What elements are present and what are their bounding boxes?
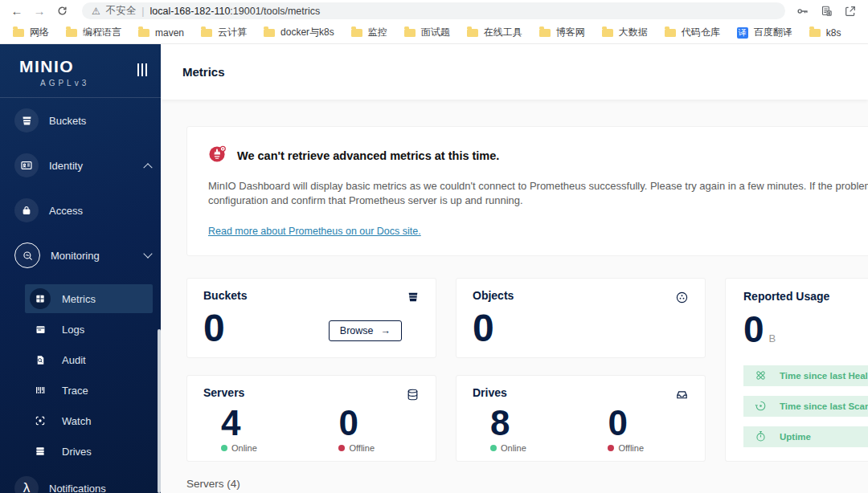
bookmark-label: 面试题	[421, 26, 450, 39]
activity-label: Uptime	[780, 432, 811, 442]
security-label: 不安全	[106, 4, 137, 18]
browse-button[interactable]: Browse →	[329, 320, 402, 341]
bookmark-item-translate[interactable]: 译百度翻译	[737, 26, 792, 39]
sidebar-subitem-audit[interactable]: Audit	[25, 345, 153, 374]
sidebar-item-monitoring[interactable]: Monitoring	[14, 239, 151, 271]
bookmark-item[interactable]: 博客网	[539, 26, 585, 39]
metrics-icon	[30, 288, 51, 309]
sidebar-subitem-metrics[interactable]: Metrics	[25, 284, 153, 313]
share-icon[interactable]	[844, 5, 857, 18]
servers-section-heading: Servers (4)	[186, 478, 868, 490]
bookmark-item[interactable]: 监控	[351, 26, 387, 39]
sidebar-item-notifications[interactable]: λ Notifications	[14, 472, 151, 493]
bookmark-item[interactable]: 编程语言	[66, 26, 121, 39]
password-key-icon[interactable]	[796, 5, 809, 18]
drives-card-title: Drives	[473, 386, 689, 399]
folder-icon	[665, 29, 676, 37]
prometheus-warning-card: We can't retrieve advanced metrics at th…	[186, 126, 868, 256]
drives-online-count: 8	[490, 405, 510, 441]
bookmark-item[interactable]: k8s	[809, 27, 841, 39]
bookmark-label: 网络	[30, 26, 49, 39]
bookmark-label: 编程语言	[83, 26, 121, 39]
buckets-card: Buckets 0 Browse →	[186, 278, 436, 358]
drives-online-stat: 8 Online	[490, 405, 526, 453]
translate-icon[interactable]	[821, 5, 833, 17]
sidebar-scrollbar[interactable]	[158, 329, 161, 493]
bookmark-label: docker与k8s	[280, 26, 334, 39]
address-bar[interactable]: ⚠ 不安全 | local-168-182-110:19001/tools/me…	[82, 2, 785, 19]
reported-usage-card: Reported Usage 0 B Time since last Heal …	[725, 278, 868, 462]
bookmark-item[interactable]: 云计算	[201, 26, 247, 39]
folder-icon	[66, 29, 77, 37]
metrics-grid: Buckets 0 Browse → Objects	[186, 278, 868, 462]
bookmark-item[interactable]: maven	[138, 27, 184, 39]
license-label: AGPLv3	[40, 79, 161, 88]
audit-icon	[30, 349, 51, 370]
folder-icon	[809, 29, 821, 37]
sidebar-subitem-trace[interactable]: Trace	[25, 376, 153, 405]
bookmark-item[interactable]: 网络	[13, 26, 49, 39]
not-secure-icon: ⚠	[92, 6, 100, 17]
lock-icon	[14, 198, 39, 222]
logo-area: MINIO AGPLv3	[0, 44, 161, 98]
bookmark-label: 百度翻译	[754, 26, 792, 39]
warning-body: MinIO Dashboard will display basic metri…	[208, 179, 868, 207]
browser-toolbar: ← → ⚠ 不安全 | local-168-182-110:19001/tool…	[0, 0, 868, 22]
sidebar-item-access[interactable]: Access	[14, 194, 151, 226]
back-icon[interactable]: ←	[8, 5, 26, 17]
servers-online-stat: 4 Online	[221, 405, 257, 453]
scan-icon	[755, 400, 767, 414]
drives-offline-stat: 0 Offline	[608, 405, 644, 453]
online-dot	[221, 445, 227, 451]
url-path: :19001/tools/metrics	[230, 6, 320, 17]
heal-activity-chip[interactable]: Time since last Heal Activity	[743, 365, 868, 386]
bookmark-item[interactable]: 大数据	[602, 26, 648, 39]
scan-activity-chip[interactable]: Time since last Scan Activity	[743, 396, 868, 417]
bookmark-label: 大数据	[619, 26, 648, 39]
sidebar-item-label: Buckets	[49, 115, 86, 127]
reported-usage-value: 0	[743, 311, 764, 348]
forward-icon[interactable]: →	[31, 5, 48, 17]
sidebar-collapse-icon[interactable]	[137, 63, 148, 76]
bookmark-item[interactable]: docker与k8s	[264, 26, 334, 39]
bookmark-item[interactable]: 面试题	[404, 26, 450, 39]
activity-label: Time since last Heal Activity	[780, 371, 868, 381]
refresh-icon[interactable]	[53, 6, 71, 16]
chevron-up-icon	[143, 163, 152, 172]
trace-icon	[30, 380, 51, 401]
sidebar-item-label: Access	[49, 205, 83, 217]
offline-label: Offline	[618, 443, 644, 453]
bucket-icon	[407, 291, 420, 307]
chevron-down-icon	[143, 249, 152, 258]
bookmark-item[interactable]: 代码仓库	[665, 26, 720, 39]
bookmark-label: 云计算	[218, 26, 247, 39]
page-header: Metrics	[161, 44, 868, 100]
arrow-right-icon: →	[381, 325, 391, 336]
folder-icon	[138, 29, 149, 37]
url-host: local-168-182-110	[150, 6, 231, 17]
sidebar-subitem-drives[interactable]: Drives	[25, 437, 153, 466]
bookmark-item[interactable]: 在线工具	[467, 26, 522, 39]
translate-badge-icon: 译	[737, 27, 748, 39]
browser-actions	[796, 5, 860, 18]
sidebar-subitem-logs[interactable]: Logs	[25, 315, 153, 344]
address-separator: |	[141, 6, 144, 17]
bookmarks-bar: 网络 编程语言 maven 云计算 docker与k8s 监控 面试题 在线工具…	[0, 22, 868, 44]
uptime-chip[interactable]: Uptime	[743, 426, 868, 447]
reported-usage-title: Reported Usage	[743, 290, 868, 303]
uptime-icon	[755, 430, 767, 444]
sidebar-item-buckets[interactable]: Buckets	[14, 104, 151, 136]
content: We can't retrieve advanced metrics at th…	[161, 100, 868, 490]
folder-icon	[404, 29, 416, 37]
activity-rows: Time since last Heal Activity Time since…	[743, 365, 868, 447]
drive-icon	[675, 388, 689, 405]
servers-icon	[406, 388, 420, 405]
folder-icon	[539, 29, 551, 37]
objects-icon	[675, 291, 689, 308]
id-card-icon	[14, 153, 39, 177]
sidebar-subitem-watch[interactable]: Watch	[25, 406, 153, 435]
sidebar-item-identity[interactable]: Identity	[14, 149, 151, 181]
servers-offline-count: 0	[338, 405, 358, 441]
prometheus-docs-link[interactable]: Read more about Prometheus on our Docs s…	[208, 226, 421, 237]
sidebar-item-label: Identity	[49, 160, 83, 172]
